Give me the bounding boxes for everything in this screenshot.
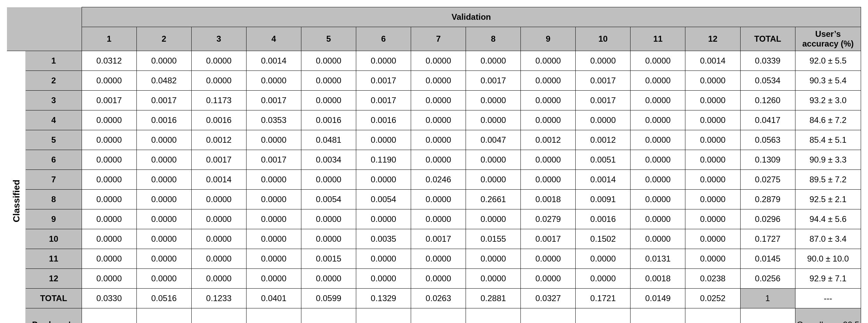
cell: 0.0155 bbox=[466, 229, 521, 249]
cell: 93.2 ± 3.0 bbox=[795, 91, 861, 110]
cell: 0.0000 bbox=[466, 269, 521, 289]
classified-label: Classified bbox=[7, 51, 26, 323]
col-h-11: 11 bbox=[631, 27, 685, 51]
col-h-4: 4 bbox=[246, 27, 301, 51]
col-h-total: TOTAL bbox=[740, 27, 795, 51]
cell: 0.0000 bbox=[82, 229, 136, 249]
cell: 90.0 ± 10.0 bbox=[795, 249, 861, 269]
cell: 0.0000 bbox=[246, 249, 301, 269]
cell: 0.0000 bbox=[191, 269, 246, 289]
cell: 0.0481 bbox=[301, 130, 356, 150]
cell: 0.0000 bbox=[685, 229, 740, 249]
cell: 0.0012 bbox=[191, 130, 246, 150]
cell: 0.0145 bbox=[740, 249, 795, 269]
cell: 0.0000 bbox=[576, 249, 631, 269]
cell: 0.0014 bbox=[576, 170, 631, 190]
cell: 0.0330 bbox=[82, 289, 136, 308]
table-row-producers: Producer's accuracy (%) 94.7 ± 5.0 93.5 … bbox=[7, 308, 861, 323]
cell: 92.9 ± 7.1 bbox=[795, 269, 861, 289]
row-lbl-9: 9 bbox=[26, 209, 82, 229]
cell: 0.1329 bbox=[356, 289, 411, 308]
cell: 0.0000 bbox=[301, 209, 356, 229]
cell: 0.0091 bbox=[576, 190, 631, 209]
cell: 0.0000 bbox=[246, 170, 301, 190]
cell: 0.0016 bbox=[191, 110, 246, 130]
cell: 0.0000 bbox=[631, 229, 685, 249]
row-lbl-7: 7 bbox=[26, 170, 82, 190]
cell: 0.0000 bbox=[521, 269, 576, 289]
cell: 84.6 ± 7.2 bbox=[795, 110, 861, 130]
cell: 0.0000 bbox=[411, 91, 466, 110]
col-h-ua: User’s accuracy (%) bbox=[795, 27, 861, 51]
cell: 0.0000 bbox=[246, 229, 301, 249]
cell: 0.0000 bbox=[466, 170, 521, 190]
row-lbl-4: 4 bbox=[26, 110, 82, 130]
cell: 0.0000 bbox=[136, 170, 191, 190]
col-h-9: 9 bbox=[521, 27, 576, 51]
cell: 0.0000 bbox=[82, 110, 136, 130]
cell: 0.1309 bbox=[740, 150, 795, 170]
cell: 0.0000 bbox=[466, 249, 521, 269]
cell: 0.0312 bbox=[82, 51, 136, 71]
cell: 0.2881 bbox=[466, 289, 521, 308]
cell: 0.0000 bbox=[136, 51, 191, 71]
row-lbl-10: 10 bbox=[26, 229, 82, 249]
overall-accuracy-cell: Overall acc. 90.5 ± 1.2 bbox=[795, 308, 861, 323]
cell: 0.0018 bbox=[521, 190, 576, 209]
cell: 90.9 ± 3.3 bbox=[795, 150, 861, 170]
cell: 0.0034 bbox=[301, 150, 356, 170]
table-row: 12 0.0000 0.0000 0.0000 0.0000 0.0000 0.… bbox=[7, 269, 861, 289]
cell: 0.0000 bbox=[356, 130, 411, 150]
cell: 0.0000 bbox=[136, 249, 191, 269]
cell: 0.0000 bbox=[356, 209, 411, 229]
cell: 0.1721 bbox=[576, 289, 631, 308]
cell: 0.0000 bbox=[466, 209, 521, 229]
cell: 0.0000 bbox=[191, 71, 246, 91]
col-h-3: 3 bbox=[191, 27, 246, 51]
cell: 0.0000 bbox=[685, 71, 740, 91]
cell: 0.0327 bbox=[521, 289, 576, 308]
cell: 0.0016 bbox=[576, 209, 631, 229]
cell: 94.6 ± 5.1 bbox=[685, 308, 740, 323]
cell: 0.0017 bbox=[521, 229, 576, 249]
cell: 0.0417 bbox=[740, 110, 795, 130]
cell: 0.0017 bbox=[576, 71, 631, 91]
col-header-row: 1 2 3 4 5 6 7 8 9 10 11 12 TOTAL User’s … bbox=[7, 27, 861, 51]
cell: 0.0017 bbox=[356, 71, 411, 91]
table-row: 3 0.0017 0.0017 0.1173 0.0017 0.0000 0.0… bbox=[7, 91, 861, 110]
cell: 0.0000 bbox=[411, 51, 466, 71]
cell: 0.0000 bbox=[136, 269, 191, 289]
table-row: 9 0.0000 0.0000 0.0000 0.0000 0.0000 0.0… bbox=[7, 209, 861, 229]
table-row: 5 0.0000 0.0000 0.0012 0.0000 0.0481 0.0… bbox=[7, 130, 861, 150]
cell: 0.0000 bbox=[411, 269, 466, 289]
cell: 0.0000 bbox=[136, 209, 191, 229]
cell: 0.0353 bbox=[246, 110, 301, 130]
cell: 0.0017 bbox=[246, 150, 301, 170]
cell: 0.0000 bbox=[576, 110, 631, 130]
cell: 0.0000 bbox=[631, 110, 685, 130]
cell: 0.0051 bbox=[576, 150, 631, 170]
cell: --- bbox=[740, 308, 795, 323]
cell: 0.0017 bbox=[466, 71, 521, 91]
table-row: Classified 1 0.0312 0.0000 0.0000 0.0014… bbox=[7, 51, 861, 71]
cell: 0.0016 bbox=[136, 110, 191, 130]
cell: 0.0238 bbox=[685, 269, 740, 289]
cell: 0.0000 bbox=[191, 190, 246, 209]
cell: 0.2879 bbox=[740, 190, 795, 209]
cell: 0.0000 bbox=[685, 170, 740, 190]
cell: 0.0482 bbox=[136, 71, 191, 91]
cell: 0.0000 bbox=[521, 71, 576, 91]
cell: 0.0599 bbox=[301, 289, 356, 308]
table-row: 11 0.0000 0.0000 0.0000 0.0000 0.0015 0.… bbox=[7, 249, 861, 269]
row-lbl-pa: Producer's accuracy (%) bbox=[26, 308, 82, 323]
cell: 0.0017 bbox=[136, 91, 191, 110]
cell: 0.0018 bbox=[631, 269, 685, 289]
cell: 0.0017 bbox=[82, 91, 136, 110]
cell: 0.0563 bbox=[740, 130, 795, 150]
col-h-12: 12 bbox=[685, 27, 740, 51]
table-row: 8 0.0000 0.0000 0.0000 0.0000 0.0054 0.0… bbox=[7, 190, 861, 209]
col-h-2: 2 bbox=[136, 27, 191, 51]
cell: 0.0000 bbox=[356, 170, 411, 190]
cell: 89.5 ± 7.2 bbox=[795, 170, 861, 190]
table-row: 2 0.0000 0.0482 0.0000 0.0000 0.0000 0.0… bbox=[7, 71, 861, 91]
